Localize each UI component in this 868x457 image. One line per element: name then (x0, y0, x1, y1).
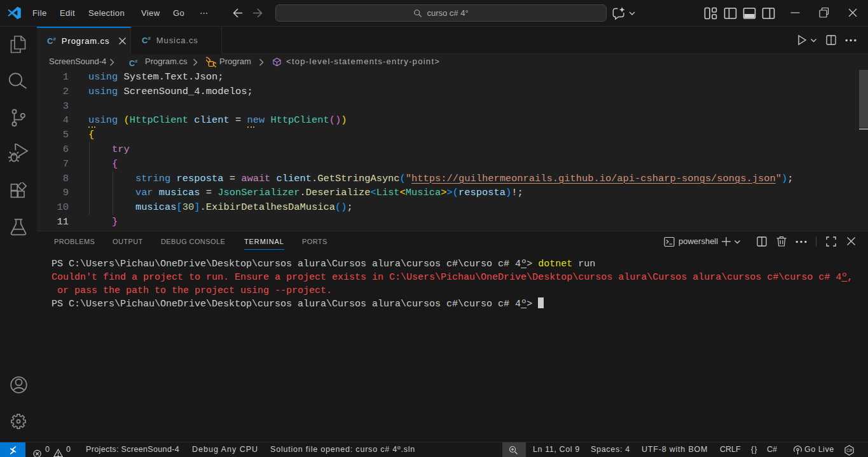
svg-text:C#: C# (846, 448, 852, 453)
